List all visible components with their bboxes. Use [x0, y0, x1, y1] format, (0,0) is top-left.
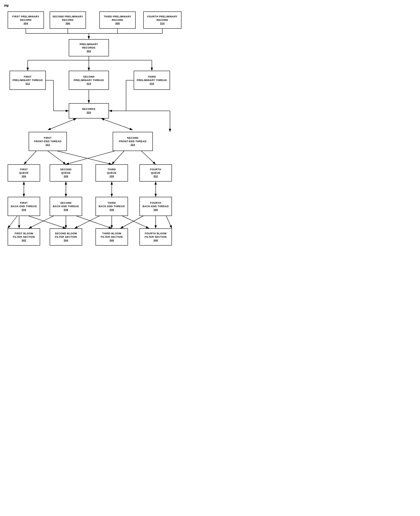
first-backend-box: FIRSTBACK-END THREAD 334	[8, 197, 40, 216]
first-prelim-record-label: FIRST PRELIMINARYRECORD	[12, 15, 39, 22]
fourth-prelim-record-box: FOURTH PRELIMINARYRECORD 310	[143, 11, 181, 29]
records-label: RECORDS	[82, 107, 96, 111]
fourth-backend-label: FOURTHBACK-END THREAD	[143, 201, 169, 208]
third-queue-box: THIRDQUEUE 330	[96, 164, 128, 182]
third-prelim-record-label: THIRD PRELIMINARYRECORD	[104, 15, 131, 22]
third-backend-box: THIRDBACK-END THREAD 338	[96, 197, 128, 216]
svg-line-25	[24, 151, 36, 164]
svg-line-43	[120, 216, 143, 228]
svg-line-26	[48, 151, 66, 164]
prelim-records-box: PRELIMINARYRECORDS 302	[69, 39, 109, 56]
first-queue-box: FIRSTQUEUE 326	[8, 164, 40, 182]
third-queue-label: THIRDQUEUE	[107, 168, 116, 175]
svg-line-40	[75, 216, 99, 228]
first-queue-label: FIRSTQUEUE	[19, 168, 29, 175]
first-bloom-box: FIRST BLOOMFILTER SECTION 342	[8, 228, 40, 246]
second-backend-box: SECONDBACK-END THREAD 336	[50, 197, 82, 216]
fourth-prelim-record-ref: 310	[160, 22, 165, 25]
svg-line-37	[29, 216, 53, 228]
third-backend-label: THIRDBACK-END THREAD	[99, 201, 125, 208]
records-ref: 320	[87, 111, 91, 114]
svg-line-21	[48, 119, 76, 130]
fourth-queue-ref: 332	[153, 175, 158, 178]
second-frontend-label: SECONDFRONT-END THREAD	[119, 136, 147, 143]
first-prelim-record-ref: 304	[23, 22, 28, 25]
second-prelim-record-box: SECOND PRELIMINARYRECORD 306	[50, 11, 86, 29]
fourth-bloom-ref: 348	[153, 239, 158, 242]
third-prelim-record-box: THIRD PRELIMINARYRECORD 308	[99, 11, 136, 29]
second-prelim-thread-label: SECONDPRELIMINARY THREAD	[74, 75, 104, 82]
second-backend-ref: 336	[64, 208, 68, 212]
arrow-indicator: ↘	[6, 5, 8, 8]
second-bloom-label: SECOND BLOOMFILTER SECTION	[55, 232, 77, 239]
fourth-queue-label: FOURTHQUEUE	[150, 168, 161, 175]
svg-line-42	[122, 216, 149, 228]
svg-line-36	[29, 216, 66, 228]
second-bloom-box: SECOND BLOOMFILTER SECTION 344	[50, 228, 82, 246]
fourth-queue-box: FOURTHQUEUE 332	[139, 164, 172, 182]
svg-line-46	[166, 216, 172, 228]
prelim-records-label: PRELIMINARYRECORDS	[80, 43, 98, 50]
fourth-prelim-record-label: FOURTH PRELIMINARYRECORD	[147, 15, 178, 22]
second-frontend-box: SECONDFRONT-END THREAD 324	[113, 132, 153, 151]
first-frontend-box: FIRSTFRONT-END THREAD 322	[29, 132, 67, 151]
second-bloom-ref: 344	[64, 239, 68, 242]
second-backend-label: SECONDBACK-END THREAD	[53, 201, 79, 208]
prelim-records-ref: 302	[87, 50, 91, 53]
second-queue-box: SECONDQUEUE 328	[50, 164, 82, 182]
first-prelim-thread-box: FIRSTPRELIMINARY THREAD 312	[9, 71, 46, 90]
svg-line-27	[112, 151, 124, 164]
svg-line-30	[66, 151, 115, 164]
first-queue-ref: 326	[22, 175, 26, 178]
first-frontend-label: FIRSTFRONT-END THREAD	[34, 136, 61, 143]
third-bloom-label: THIRD BLOOMFILTER SECTION	[101, 232, 123, 239]
fourth-bloom-box: FOURTH BLOOMFILTER SECTION 348	[139, 228, 172, 246]
third-backend-ref: 338	[109, 208, 114, 212]
first-prelim-thread-label: FIRSTPRELIMINARY THREAD	[13, 75, 43, 82]
svg-line-28	[141, 151, 156, 164]
third-prelim-thread-label: THIRDPRELIMINARY THREAD	[137, 75, 167, 82]
second-frontend-ref: 324	[130, 143, 135, 147]
first-frontend-ref: 322	[45, 143, 50, 147]
third-queue-ref: 330	[109, 175, 114, 178]
second-queue-ref: 328	[64, 175, 68, 178]
svg-line-22	[101, 119, 133, 130]
second-prelim-record-label: SECOND PRELIMINARYRECORD	[52, 15, 83, 22]
second-prelim-thread-box: SECONDPRELIMINARY THREAD 314	[69, 71, 109, 90]
third-prelim-thread-ref: 316	[150, 82, 154, 85]
svg-line-45	[8, 216, 17, 228]
second-queue-label: SECONDQUEUE	[60, 168, 72, 175]
second-prelim-record-ref: 306	[66, 22, 70, 25]
third-prelim-record-ref: 308	[115, 22, 120, 25]
fourth-backend-ref: 340	[153, 208, 158, 212]
records-box: RECORDS 320	[69, 103, 109, 119]
first-bloom-ref: 342	[22, 239, 26, 242]
fourth-bloom-label: FOURTH BLOOMFILTER SECTION	[145, 232, 166, 239]
third-prelim-thread-box: THIRDPRELIMINARY THREAD 316	[134, 71, 170, 90]
third-bloom-ref: 346	[109, 239, 114, 242]
first-prelim-thread-ref: 312	[25, 82, 30, 85]
first-bloom-label: FIRST BLOOMFILTER SECTION	[13, 232, 35, 239]
second-prelim-thread-ref: 314	[87, 82, 91, 85]
third-bloom-box: THIRD BLOOMFILTER SECTION 346	[96, 228, 128, 246]
first-backend-label: FIRSTBACK-END THREAD	[11, 201, 37, 208]
svg-line-29	[57, 151, 112, 164]
fourth-backend-box: FOURTHBACK-END THREAD 340	[139, 197, 172, 216]
svg-line-39	[76, 216, 112, 228]
first-backend-ref: 334	[22, 208, 26, 212]
first-prelim-record-box: FIRST PRELIMINARYRECORD 304	[8, 11, 44, 29]
